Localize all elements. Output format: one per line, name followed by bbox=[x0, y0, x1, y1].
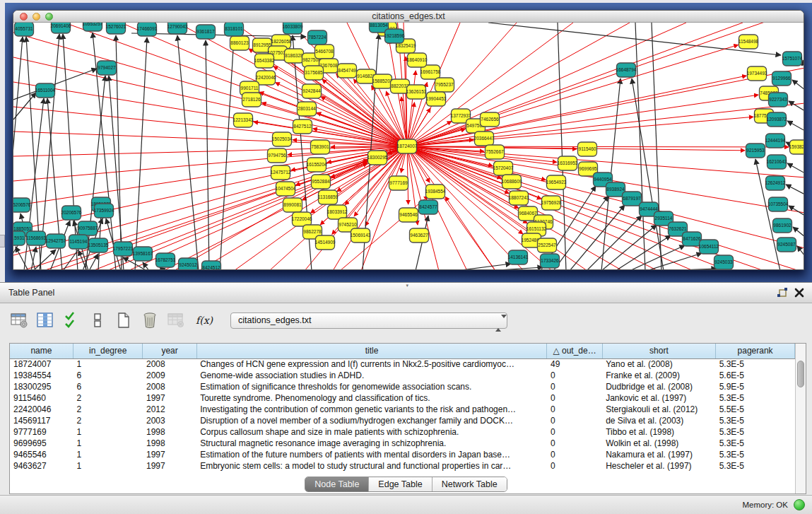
show-columns-icon[interactable] bbox=[36, 311, 54, 329]
network-node[interactable]: 16543382 bbox=[254, 54, 275, 68]
table-row[interactable]: 946362711997Embryonic stem cells: a mode… bbox=[10, 460, 795, 472]
network-node[interactable]: 6879197 bbox=[623, 192, 642, 206]
network-node[interactable]: 18807243 bbox=[509, 191, 529, 205]
network-node[interactable]: 19384554 bbox=[425, 185, 446, 199]
network-node[interactable]: 16033809 bbox=[283, 23, 303, 34]
network-node[interactable]: 17957223 bbox=[113, 242, 134, 256]
network-node[interactable]: 9777169 bbox=[389, 176, 408, 190]
network-window-titlebar[interactable]: citations_edges.txt bbox=[13, 11, 804, 23]
network-node[interactable]: 9215953 bbox=[746, 144, 765, 158]
table-row[interactable]: 946554611997Estimation of the future num… bbox=[10, 449, 795, 460]
network-node[interactable]: 11568693 bbox=[26, 231, 47, 245]
network-node[interactable]: 19904453 bbox=[426, 92, 447, 106]
network-node[interactable]: 12790043 bbox=[167, 23, 188, 34]
network-node[interactable]: 8186328 bbox=[285, 49, 304, 63]
network-node[interactable]: 7955237 bbox=[435, 78, 454, 92]
network-node[interactable]: 13626153 bbox=[406, 85, 427, 99]
table-mode-icon[interactable] bbox=[10, 311, 28, 329]
column-header-out_de[interactable]: △ out_de… bbox=[547, 344, 602, 358]
network-node[interactable]: 3915931 bbox=[13, 231, 25, 245]
network-node[interactable]: 9115460 bbox=[578, 142, 597, 156]
network-node[interactable]: 13505135 bbox=[88, 238, 109, 252]
column-header-pagerank[interactable]: pagerank bbox=[716, 344, 795, 358]
network-node[interactable]: 10688609 bbox=[502, 175, 522, 189]
network-node[interactable]: 8427512 bbox=[293, 119, 312, 134]
network-node[interactable]: 1145194 bbox=[69, 235, 88, 249]
network-node[interactable]: 14514909 bbox=[315, 235, 336, 250]
network-node[interactable]: 10654112 bbox=[699, 240, 719, 254]
network-node[interactable]: 12093872 bbox=[767, 112, 787, 127]
table-row[interactable]: 1938455462009Genome-wide association stu… bbox=[10, 370, 795, 381]
network-node[interactable]: 15069143 bbox=[351, 228, 371, 243]
network-node[interactable]: 9861902 bbox=[773, 218, 792, 233]
table-row[interactable]: 1872400712008Changes of HCN gene express… bbox=[10, 358, 795, 370]
tab-node-table[interactable]: Node Table bbox=[305, 477, 368, 491]
splitter-grip[interactable]: ▾ bbox=[406, 284, 413, 287]
network-node[interactable]: 9242844 bbox=[302, 84, 322, 98]
float-panel-icon[interactable] bbox=[775, 286, 789, 300]
network-node[interactable]: 17466091 bbox=[137, 23, 158, 36]
network-node[interactable]: 12213343 bbox=[233, 113, 254, 127]
network-node[interactable]: 20366447 bbox=[474, 132, 495, 146]
network-node[interactable]: 9463627 bbox=[410, 228, 429, 243]
network-node[interactable]: 9465546 bbox=[399, 208, 418, 222]
network-node[interactable]: 8424512 bbox=[202, 261, 221, 269]
network-node[interactable]: 15938221 bbox=[789, 140, 804, 154]
select-all-icon[interactable] bbox=[62, 311, 81, 329]
close-panel-icon[interactable] bbox=[792, 286, 806, 300]
network-node[interactable]: 16155204 bbox=[307, 158, 327, 172]
network-node[interactable]: 15751074 bbox=[782, 52, 803, 66]
network-node[interactable]: 15885203 bbox=[372, 74, 393, 88]
network-node[interactable]: 9245012 bbox=[179, 258, 198, 269]
network-node[interactable]: 9794027 bbox=[98, 61, 117, 75]
scrollbar-thumb[interactable] bbox=[797, 361, 804, 387]
network-node[interactable]: 3175685 bbox=[305, 66, 324, 80]
table-row[interactable]: 1456911722003Disruption of a novel membe… bbox=[10, 415, 795, 426]
network-node[interactable]: 8318101 bbox=[225, 23, 244, 36]
network-node[interactable]: 18033912 bbox=[327, 205, 348, 219]
network-node[interactable]: 10474504 bbox=[276, 182, 296, 196]
network-node[interactable]: 25206576 bbox=[13, 198, 31, 212]
network-node[interactable]: 9245033 bbox=[714, 255, 734, 269]
network-node[interactable]: 8454749 bbox=[338, 64, 357, 78]
network-node[interactable]: 7462656 bbox=[481, 112, 500, 127]
network-node[interactable]: 9552884 bbox=[312, 175, 331, 189]
network-node[interactable]: 10553257 bbox=[83, 23, 103, 31]
tab-network-table[interactable]: Network Table bbox=[432, 477, 507, 491]
table-row[interactable]: 969969511998Structural magnetic resonanc… bbox=[10, 438, 795, 449]
column-header-short[interactable]: short bbox=[602, 344, 716, 358]
network-node[interactable]: 16648794 bbox=[616, 63, 637, 77]
network-node[interactable]: 19734493 bbox=[747, 66, 767, 81]
network-node[interactable]: 11316859 bbox=[318, 190, 339, 204]
network-node[interactable]: 12942757 bbox=[46, 234, 66, 248]
network-node[interactable]: 12444194 bbox=[765, 134, 786, 148]
hidden-panel-handle[interactable] bbox=[0, 235, 5, 247]
network-node[interactable]: 16511004 bbox=[35, 83, 56, 98]
network-node[interactable]: 15276021 bbox=[106, 23, 126, 34]
column-header-title[interactable]: title bbox=[196, 344, 547, 358]
table-row[interactable]: 911546021997Tourette syndrome. Phenomeno… bbox=[10, 392, 795, 404]
network-node[interactable]: 10735504 bbox=[768, 197, 789, 211]
network-node[interactable]: 18640910 bbox=[407, 53, 428, 67]
function-builder-icon[interactable]: f(x) bbox=[193, 311, 216, 329]
table-vertical-scrollbar[interactable] bbox=[795, 344, 806, 493]
network-node[interactable]: 9794756 bbox=[268, 148, 287, 163]
network-node[interactable]: 20691406 bbox=[51, 23, 71, 33]
table-row[interactable]: 2242004622012Investigating the contribut… bbox=[10, 404, 795, 415]
citation-network-graph[interactable]: 1830029519384554886012389129551822605810… bbox=[13, 23, 804, 269]
network-node[interactable]: 11548498 bbox=[739, 35, 759, 49]
column-header-year[interactable]: year bbox=[143, 344, 196, 358]
network-node[interactable]: 17359924 bbox=[94, 204, 114, 218]
memory-status-icon[interactable] bbox=[794, 499, 805, 510]
network-node[interactable]: 19654923 bbox=[546, 175, 567, 189]
new-table-icon[interactable] bbox=[114, 311, 133, 329]
network-node[interactable]: 2803144 bbox=[298, 102, 317, 116]
tab-edge-table[interactable]: Edge Table bbox=[368, 477, 431, 491]
network-node[interactable]: 16210643 bbox=[767, 155, 787, 169]
network-node[interactable]: 7552667 bbox=[486, 145, 505, 159]
network-node[interactable]: 9227343 bbox=[769, 93, 788, 107]
import-table-icon[interactable] bbox=[167, 311, 185, 329]
network-node[interactable]: 16782751 bbox=[155, 253, 176, 267]
network-node[interactable]: 15025034 bbox=[272, 132, 293, 146]
network-node[interactable]: 2718126 bbox=[242, 93, 261, 107]
